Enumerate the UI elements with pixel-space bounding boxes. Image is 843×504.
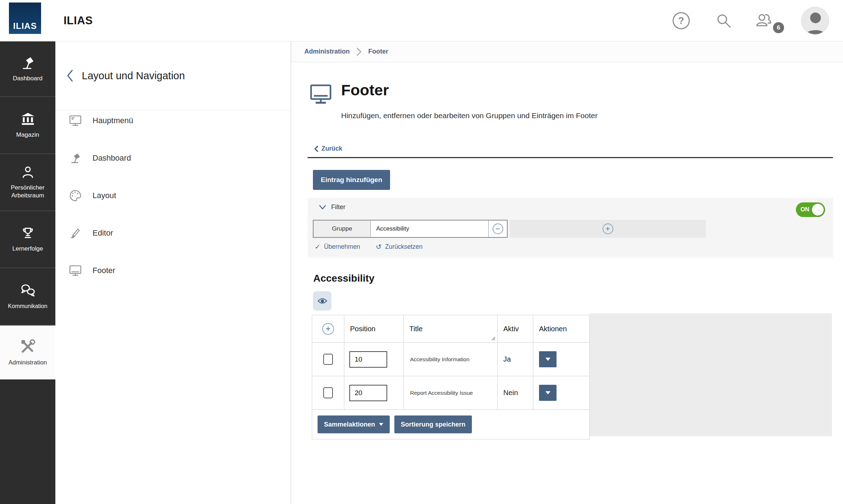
trophy-icon <box>21 226 35 241</box>
remove-filter-field-button[interactable]: − <box>488 221 507 237</box>
position-input[interactable] <box>349 351 387 368</box>
layout-navigation-panel: Layout und Navigation Hauptmenü <box>55 41 291 504</box>
users-icon <box>754 12 773 29</box>
person-icon <box>21 165 35 180</box>
row-checkbox[interactable] <box>323 354 333 365</box>
caret-down-icon <box>545 391 550 394</box>
ilias-app: ILIAS ILIAS ? <box>0 0 843 504</box>
reset-filter-link[interactable]: ↺ Zurücksetzen <box>376 243 423 251</box>
caret-down-icon <box>545 358 550 361</box>
palette-icon <box>69 189 82 202</box>
filter-field-label: Gruppe <box>314 221 371 237</box>
sidebar-item-persoenlicher-arbeitsraum[interactable]: Persönlicher Arbeitsraum <box>0 154 55 211</box>
toggle-state-label: ON <box>800 206 809 213</box>
bulk-actions-button[interactable]: Sammelaktionen <box>318 415 390 433</box>
search-button[interactable] <box>715 12 732 29</box>
breadcrumb-current[interactable]: Footer <box>368 48 388 55</box>
column-header-aktiv[interactable]: Aktiv <box>498 315 533 343</box>
page-title: Footer <box>341 81 389 99</box>
breadcrumb-administration[interactable]: Administration <box>304 48 350 55</box>
filter-collapse-toggle[interactable]: Filter <box>319 203 345 211</box>
lamp-icon <box>20 55 35 70</box>
row-select-cell <box>312 343 344 376</box>
sidebar-item-dashboard[interactable]: Dashboard <box>0 41 55 97</box>
filter-group-input[interactable] <box>371 221 488 237</box>
chevron-left-icon[interactable] <box>66 69 74 82</box>
top-bar: ILIAS ILIAS ? <box>0 0 843 41</box>
row-select-cell <box>312 376 344 410</box>
row-checkbox[interactable] <box>323 387 333 398</box>
breadcrumb: Administration Footer <box>291 41 843 62</box>
minus-circle-icon: − <box>493 223 503 234</box>
row-actions-dropdown-button[interactable] <box>539 385 557 401</box>
row-title-cell: Accessibility Information <box>404 343 498 376</box>
apply-filter-link[interactable]: ✓ Übernehmen <box>315 243 360 251</box>
chevron-right-icon <box>356 47 362 56</box>
panel-item-hauptmenu[interactable]: Hauptmenü <box>55 110 290 148</box>
help-button[interactable]: ? <box>673 12 715 29</box>
sidebar-item-administration[interactable]: Administration <box>0 326 55 379</box>
bank-icon <box>20 112 35 127</box>
sidebar-item-kommunikation[interactable]: Kommunikation <box>0 268 55 326</box>
search-icon <box>715 12 732 29</box>
filter-on-toggle[interactable]: ON <box>796 202 825 217</box>
plus-circle-icon: + <box>603 223 613 234</box>
column-header-title[interactable]: Title <box>404 315 498 343</box>
tools-icon <box>20 339 36 354</box>
add-filter-field-bar: + <box>510 220 706 238</box>
panel-item-dashboard[interactable]: Dashboard <box>55 148 290 185</box>
pen-icon <box>69 227 82 239</box>
filter-actions: ✓ Übernehmen ↺ Zurücksetzen <box>315 243 423 251</box>
column-header-aktionen: Aktionen <box>533 315 589 343</box>
main-sidebar: Dashboard Magazin Persönlicher Arbeitsra… <box>0 41 55 504</box>
group-section-title: Accessibility <box>313 273 374 284</box>
sidebar-item-lernerfolge[interactable]: Lernerfolge <box>0 211 55 268</box>
sidebar-item-magazin[interactable]: Magazin <box>0 97 55 154</box>
ilias-logo-text: ILIAS <box>13 21 37 31</box>
table-footer: Sammelaktionen Sortierung speichern <box>312 410 589 439</box>
eye-icon <box>318 297 327 304</box>
back-link[interactable]: Zurück <box>314 145 342 152</box>
column-resize-handle-icon[interactable] <box>491 336 495 341</box>
add-row-button[interactable]: + <box>322 323 334 335</box>
add-filter-field-button[interactable]: + <box>603 223 613 234</box>
undo-icon: ↺ <box>376 243 381 251</box>
panel-item-layout[interactable]: Layout <box>55 185 290 223</box>
check-icon: ✓ <box>315 243 320 251</box>
row-position-cell <box>344 376 404 410</box>
panel-item-footer[interactable]: Footer <box>55 260 290 298</box>
awareness-button[interactable]: 6 <box>754 12 773 29</box>
filter-field-group: Gruppe − <box>313 220 508 238</box>
content-placeholder-block <box>590 313 832 436</box>
row-aktiv-cell: Nein <box>498 376 533 410</box>
panel-item-editor[interactable]: Editor <box>55 223 290 260</box>
sidebar-filler <box>0 379 55 504</box>
main-content: Administration Footer Footer Hinzufügen,… <box>291 41 843 504</box>
column-header-position[interactable]: Position <box>344 315 404 343</box>
topbar-actions: ? 6 <box>673 0 829 41</box>
save-sorting-button[interactable]: Sortierung speichern <box>394 415 472 433</box>
row-title-cell: Report Accessibility Issue <box>404 376 498 410</box>
row-aktiv-cell: Ja <box>498 343 533 376</box>
page-subtitle: Hinzufügen, entfernen oder bearbeiten vo… <box>341 111 598 120</box>
chat-icon <box>20 283 36 298</box>
plus-circle-icon: + <box>322 323 334 335</box>
panel-item-list: Hauptmenü Dashboard <box>55 110 290 298</box>
add-row-header-cell: + <box>312 315 344 343</box>
awareness-badge: 6 <box>773 22 784 33</box>
position-input[interactable] <box>349 385 387 401</box>
add-entry-button[interactable]: Eintrag hinzufügen <box>313 170 390 190</box>
monitor-footer-icon <box>69 264 82 277</box>
caret-down-icon <box>379 423 383 426</box>
ilias-logo[interactable]: ILIAS <box>9 2 41 34</box>
footer-monitor-icon <box>309 83 332 105</box>
toggle-knob <box>812 204 824 216</box>
avatar[interactable] <box>801 7 829 35</box>
help-icon: ? <box>673 12 690 29</box>
toolbar-divider <box>308 157 833 158</box>
user-silhouette-icon <box>802 7 829 35</box>
toggle-visibility-button[interactable] <box>313 291 331 311</box>
chevron-left-icon <box>314 146 318 152</box>
row-actions-dropdown-button[interactable] <box>539 351 557 367</box>
app-title: ILIAS <box>64 0 93 41</box>
